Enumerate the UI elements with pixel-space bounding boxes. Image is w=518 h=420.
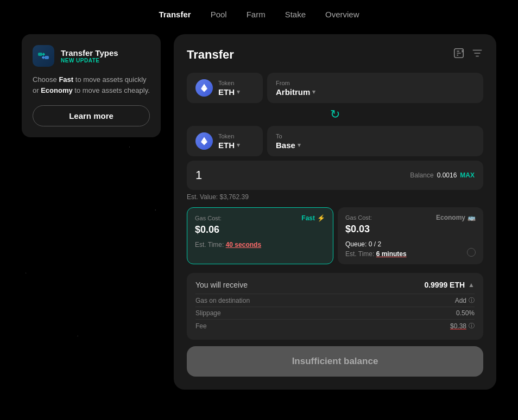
to-token-value: ETH ▾ xyxy=(218,141,240,150)
form-title: Transfer xyxy=(187,48,234,62)
slippage-label: Slippage xyxy=(195,309,221,317)
panel-title: Transfer Types xyxy=(61,48,118,58)
from-network-label: From xyxy=(276,80,315,86)
max-button[interactable]: MAX xyxy=(460,171,475,179)
gas-fast-cost: $0.06 xyxy=(195,224,325,236)
swap-direction-button[interactable]: ↻ xyxy=(330,107,340,122)
panel-badge: NEW UPDATE xyxy=(61,58,118,63)
gas-options-row: Gas Cost: Fast ⚡ $0.06 Est. Time: 40 sec… xyxy=(187,207,483,264)
learn-more-button[interactable]: Learn more xyxy=(33,105,150,126)
from-token-selector[interactable]: Token ETH ▾ xyxy=(187,73,263,103)
fee-info-icon: ⓘ xyxy=(469,322,475,330)
fee-value: $0.38 ⓘ xyxy=(450,322,475,330)
svg-rect-0 xyxy=(38,53,42,56)
nav-stake[interactable]: Stake xyxy=(285,10,306,19)
nav-pool[interactable]: Pool xyxy=(211,10,227,19)
transfer-form-panel: Transfer xyxy=(174,34,496,390)
from-token-chevron: ▾ xyxy=(237,88,240,96)
from-token-row: Token ETH ▾ From Arbitrum ▾ xyxy=(187,73,483,103)
panel-description: Choose Fast to move assets quickly or Ec… xyxy=(33,74,150,96)
gas-economy-queue: Queue: 0 / 2 xyxy=(345,240,476,248)
gas-fast-type: Fast ⚡ xyxy=(301,214,325,222)
gas-fast-time: Est. Time: 40 seconds xyxy=(195,241,325,249)
to-network-chevron: ▾ xyxy=(298,142,301,149)
from-network-selector[interactable]: From Arbitrum ▾ xyxy=(267,73,483,103)
receive-row: You will receive 0.9999 ETH ▲ xyxy=(195,281,475,289)
submit-button[interactable]: Insufficient balance xyxy=(187,346,483,377)
transfer-types-panel: Transfer Types NEW UPDATE Choose Fast to… xyxy=(22,34,161,137)
from-network-chevron: ▾ xyxy=(312,88,315,96)
gas-economy-label: Gas Cost: xyxy=(345,214,372,221)
balance-label: Balance xyxy=(410,171,433,179)
gas-destination-add[interactable]: Add xyxy=(455,297,466,304)
estimated-value: Est. Value: $3,762.39 xyxy=(187,193,483,201)
gas-economy-type: Economy 🚌 xyxy=(436,214,476,221)
amount-container: Balance 0.0016 MAX xyxy=(187,161,483,190)
receive-value: 0.9999 ETH ▲ xyxy=(424,281,475,289)
from-network-value: Arbitrum ▾ xyxy=(276,87,315,97)
slippage-value: 0.50% xyxy=(456,309,475,317)
to-network-label: To xyxy=(276,133,301,139)
fee-row: Fee $0.38 ⓘ xyxy=(195,319,475,332)
slippage-row: Slippage 0.50% xyxy=(195,307,475,319)
form-header: Transfer xyxy=(187,47,483,62)
gas-economy-radio[interactable] xyxy=(467,248,476,257)
from-token-label: Token xyxy=(218,80,240,86)
panel-header: Transfer Types NEW UPDATE xyxy=(33,45,150,67)
gas-destination-value: Add ⓘ xyxy=(455,296,475,304)
svg-rect-1 xyxy=(45,56,49,59)
swap-row: ↻ xyxy=(187,107,483,122)
to-token-label: Token xyxy=(218,133,240,139)
to-token-chevron: ▾ xyxy=(237,142,240,149)
gas-fast-card[interactable]: Gas Cost: Fast ⚡ $0.06 Est. Time: 40 sec… xyxy=(187,207,333,264)
gas-economy-cost: $0.03 xyxy=(345,224,476,235)
to-network-value: Base ▾ xyxy=(276,141,301,150)
gas-destination-label: Gas on destination xyxy=(195,297,250,304)
to-token-selector[interactable]: Token ETH ▾ xyxy=(187,126,263,156)
gas-economy-time: Est. Time: 6 minutes xyxy=(345,250,476,258)
gas-fast-label: Gas Cost: xyxy=(195,215,222,221)
from-eth-icon xyxy=(195,79,213,97)
transfer-types-icon xyxy=(33,45,54,67)
gas-economy-card[interactable]: Gas Cost: Economy 🚌 $0.03 Queue: 0 / 2 E… xyxy=(338,207,483,264)
top-navigation: Transfer Pool Farm Stake Overview xyxy=(159,0,359,29)
settings-icon[interactable] xyxy=(471,47,483,62)
nav-farm[interactable]: Farm xyxy=(247,10,266,19)
to-token-row: Token ETH ▾ To Base ▾ xyxy=(187,126,483,156)
transfer-history-icon[interactable] xyxy=(453,47,465,62)
gas-destination-row: Gas on destination Add ⓘ xyxy=(195,294,475,307)
from-token-value: ETH ▾ xyxy=(218,87,240,97)
nav-transfer[interactable]: Transfer xyxy=(159,10,191,19)
form-action-icons xyxy=(453,47,483,62)
nav-overview[interactable]: Overview xyxy=(325,10,359,19)
receive-label: You will receive xyxy=(195,281,248,289)
balance-block: Balance 0.0016 MAX xyxy=(410,171,475,179)
receive-section: You will receive 0.9999 ETH ▲ Gas on des… xyxy=(187,273,483,340)
gas-destination-info-icon: ⓘ xyxy=(469,296,475,304)
balance-value: 0.0016 xyxy=(437,171,457,179)
receive-chevron-icon: ▲ xyxy=(468,281,475,289)
to-eth-icon xyxy=(195,132,213,150)
amount-input[interactable] xyxy=(195,168,363,182)
to-network-selector[interactable]: To Base ▾ xyxy=(267,126,483,156)
fee-label: Fee xyxy=(195,322,207,330)
